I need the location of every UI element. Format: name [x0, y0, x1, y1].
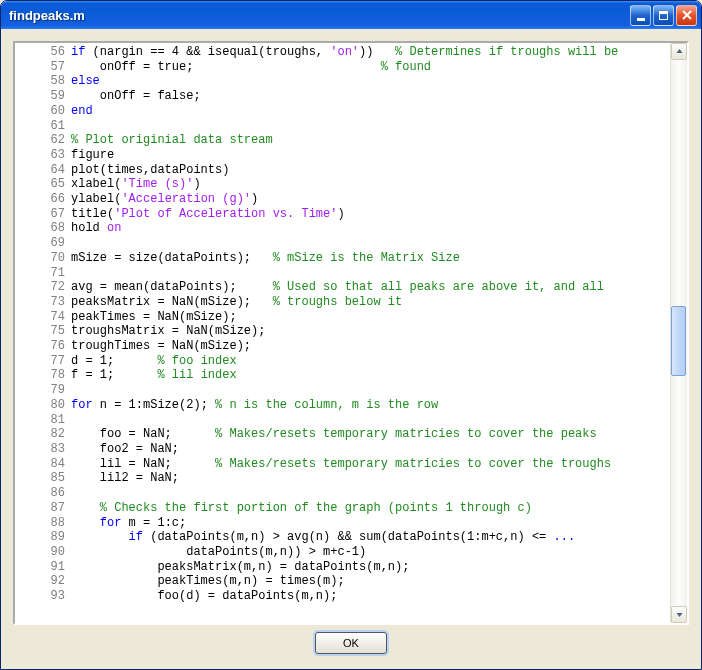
- code-line[interactable]: 78f = 1; % lil index: [15, 368, 618, 383]
- scroll-track[interactable]: [671, 60, 687, 606]
- line-content[interactable]: onOff = true; % found: [71, 60, 618, 75]
- line-number: 65: [15, 177, 71, 192]
- code-line[interactable]: 69: [15, 236, 618, 251]
- code-line[interactable]: 83 foo2 = NaN;: [15, 442, 618, 457]
- code-line[interactable]: 85 lil2 = NaN;: [15, 471, 618, 486]
- line-number: 70: [15, 251, 71, 266]
- line-content[interactable]: ylabel('Acceleration (g)'): [71, 192, 618, 207]
- line-number: 75: [15, 324, 71, 339]
- code-line[interactable]: 87 % Checks the first portion of the gra…: [15, 501, 618, 516]
- code-line[interactable]: 65xlabel('Time (s)'): [15, 177, 618, 192]
- code-line[interactable]: 93 foo(d) = dataPoints(m,n);: [15, 589, 618, 604]
- line-content[interactable]: [71, 383, 618, 398]
- line-content[interactable]: [71, 413, 618, 428]
- titlebar[interactable]: findpeaks.m: [1, 1, 701, 29]
- code-line[interactable]: 71: [15, 266, 618, 281]
- code-line[interactable]: 89 if (dataPoints(m,n) > avg(n) && sum(d…: [15, 530, 618, 545]
- line-number: 58: [15, 74, 71, 89]
- code-line[interactable]: 82 foo = NaN; % Makes/resets temporary m…: [15, 427, 618, 442]
- code-line[interactable]: 90 dataPoints(m,n)) > m+c-1): [15, 545, 618, 560]
- line-content[interactable]: troughTimes = NaN(mSize);: [71, 339, 618, 354]
- line-content[interactable]: lil = NaN; % Makes/resets temporary matr…: [71, 457, 618, 472]
- scroll-down-button[interactable]: [671, 606, 687, 623]
- content-area: 56if (nargin == 4 && isequal(troughs, 'o…: [1, 29, 701, 669]
- code-line[interactable]: 84 lil = NaN; % Makes/resets temporary m…: [15, 457, 618, 472]
- code-line[interactable]: 72avg = mean(dataPoints); % Used so that…: [15, 280, 618, 295]
- line-content[interactable]: if (dataPoints(m,n) > avg(n) && sum(data…: [71, 530, 618, 545]
- code-line[interactable]: 56if (nargin == 4 && isequal(troughs, 'o…: [15, 45, 618, 60]
- close-button[interactable]: [676, 5, 697, 26]
- chevron-down-icon: [676, 611, 683, 618]
- code-line[interactable]: 66ylabel('Acceleration (g)'): [15, 192, 618, 207]
- maximize-button[interactable]: [653, 5, 674, 26]
- code-line[interactable]: 68hold on: [15, 221, 618, 236]
- vertical-scrollbar[interactable]: [670, 43, 687, 623]
- code-line[interactable]: 58else: [15, 74, 618, 89]
- line-content[interactable]: peakTimes(m,n) = times(m);: [71, 574, 618, 589]
- line-content[interactable]: if (nargin == 4 && isequal(troughs, 'on'…: [71, 45, 618, 60]
- line-content[interactable]: for n = 1:mSize(2); % n is the column, m…: [71, 398, 618, 413]
- line-number: 61: [15, 119, 71, 134]
- button-bar: OK: [13, 625, 689, 661]
- line-content[interactable]: title('Plot of Acceleration vs. Time'): [71, 207, 618, 222]
- code-line[interactable]: 79: [15, 383, 618, 398]
- line-number: 93: [15, 589, 71, 604]
- code-line[interactable]: 91 peaksMatrix(m,n) = dataPoints(m,n);: [15, 560, 618, 575]
- code-line[interactable]: 70mSize = size(dataPoints); % mSize is t…: [15, 251, 618, 266]
- code-line[interactable]: 67title('Plot of Acceleration vs. Time'): [15, 207, 618, 222]
- line-content[interactable]: foo2 = NaN;: [71, 442, 618, 457]
- code-line[interactable]: 62% Plot originial data stream: [15, 133, 618, 148]
- code-line[interactable]: 60end: [15, 104, 618, 119]
- code-line[interactable]: 80for n = 1:mSize(2); % n is the column,…: [15, 398, 618, 413]
- line-content[interactable]: plot(times,dataPoints): [71, 163, 618, 178]
- line-content[interactable]: [71, 236, 618, 251]
- line-content[interactable]: mSize = size(dataPoints); % mSize is the…: [71, 251, 618, 266]
- line-content[interactable]: d = 1; % foo index: [71, 354, 618, 369]
- line-content[interactable]: peakTimes = NaN(mSize);: [71, 310, 618, 325]
- line-content[interactable]: foo = NaN; % Makes/resets temporary matr…: [71, 427, 618, 442]
- line-content[interactable]: avg = mean(dataPoints); % Used so that a…: [71, 280, 618, 295]
- line-number: 90: [15, 545, 71, 560]
- line-content[interactable]: troughsMatrix = NaN(mSize);: [71, 324, 618, 339]
- line-content[interactable]: [71, 266, 618, 281]
- line-content[interactable]: dataPoints(m,n)) > m+c-1): [71, 545, 618, 560]
- minimize-button[interactable]: [630, 5, 651, 26]
- line-content[interactable]: foo(d) = dataPoints(m,n);: [71, 589, 618, 604]
- code-line[interactable]: 86: [15, 486, 618, 501]
- line-content[interactable]: peaksMatrix(m,n) = dataPoints(m,n);: [71, 560, 618, 575]
- line-content[interactable]: peaksMatrix = NaN(mSize); % troughs belo…: [71, 295, 618, 310]
- line-content[interactable]: end: [71, 104, 618, 119]
- code-line[interactable]: 75troughsMatrix = NaN(mSize);: [15, 324, 618, 339]
- line-content[interactable]: % Checks the first portion of the graph …: [71, 501, 618, 516]
- code-line[interactable]: 76troughTimes = NaN(mSize);: [15, 339, 618, 354]
- line-number: 60: [15, 104, 71, 119]
- code-line[interactable]: 63figure: [15, 148, 618, 163]
- code-line[interactable]: 77d = 1; % foo index: [15, 354, 618, 369]
- line-content[interactable]: [71, 486, 618, 501]
- code-line[interactable]: 74peakTimes = NaN(mSize);: [15, 310, 618, 325]
- scroll-thumb[interactable]: [671, 306, 686, 376]
- line-content[interactable]: f = 1; % lil index: [71, 368, 618, 383]
- ok-button[interactable]: OK: [315, 632, 387, 654]
- code-line[interactable]: 61: [15, 119, 618, 134]
- line-content[interactable]: for m = 1:c;: [71, 516, 618, 531]
- code-line[interactable]: 64plot(times,dataPoints): [15, 163, 618, 178]
- scroll-up-button[interactable]: [671, 43, 687, 60]
- code-line[interactable]: 81: [15, 413, 618, 428]
- line-number: 56: [15, 45, 71, 60]
- line-content[interactable]: [71, 119, 618, 134]
- line-content[interactable]: lil2 = NaN;: [71, 471, 618, 486]
- code-line[interactable]: 73peaksMatrix = NaN(mSize); % troughs be…: [15, 295, 618, 310]
- line-content[interactable]: xlabel('Time (s)'): [71, 177, 618, 192]
- line-number: 71: [15, 266, 71, 281]
- line-content[interactable]: onOff = false;: [71, 89, 618, 104]
- line-content[interactable]: % Plot originial data stream: [71, 133, 618, 148]
- code-line[interactable]: 92 peakTimes(m,n) = times(m);: [15, 574, 618, 589]
- code-line[interactable]: 59 onOff = false;: [15, 89, 618, 104]
- line-content[interactable]: hold on: [71, 221, 618, 236]
- code-area[interactable]: 56if (nargin == 4 && isequal(troughs, 'o…: [15, 43, 670, 623]
- code-line[interactable]: 57 onOff = true; % found: [15, 60, 618, 75]
- line-content[interactable]: else: [71, 74, 618, 89]
- code-line[interactable]: 88 for m = 1:c;: [15, 516, 618, 531]
- line-content[interactable]: figure: [71, 148, 618, 163]
